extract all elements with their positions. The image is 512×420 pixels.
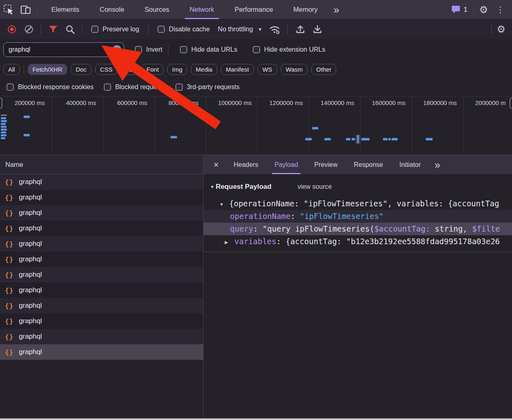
clear-network-log-icon[interactable]	[20, 22, 37, 37]
tab-network[interactable]: Network	[179, 0, 225, 19]
detail-tab-payload[interactable]: Payload	[266, 155, 306, 174]
network-activity-bar	[24, 134, 30, 136]
divider	[82, 24, 82, 34]
network-settings-gear-icon[interactable]: ⚙	[497, 24, 505, 35]
timeline-tick: 800000 ms	[168, 99, 199, 106]
query-variable: $filte	[472, 224, 500, 233]
request-row[interactable]: {}graphql	[0, 252, 203, 267]
devtools-window: ElementsConsoleSourcesNetworkPerformance…	[0, 0, 512, 420]
payload-row-variables[interactable]: ▶variables: {accountTag: "b12e3b2192ee55…	[203, 235, 512, 248]
chevron-down-icon: ▼	[258, 27, 263, 32]
blocked-cookies-checkbox[interactable]	[7, 83, 14, 91]
network-activity-bar	[1, 129, 7, 131]
payload-summary-text: {operationName: "ipFlowTimeseries", vari…	[229, 199, 499, 208]
network-activity-bar	[1, 114, 7, 116]
expand-triangle-icon: ▶	[225, 236, 234, 248]
clear-filter-icon[interactable]: ×	[112, 45, 121, 54]
filter-pill-ws[interactable]: WS	[258, 64, 277, 75]
more-detail-tabs-icon[interactable]: »	[429, 156, 446, 174]
request-row[interactable]: {}graphql	[0, 282, 203, 298]
filter-pill-manifest[interactable]: Manifest	[221, 64, 254, 75]
import-har-icon[interactable]	[292, 22, 309, 37]
network-activity-bar	[1, 120, 7, 122]
request-row[interactable]: {}graphql	[0, 298, 203, 313]
json-icon: {}	[5, 178, 13, 186]
request-row[interactable]: {}graphql	[0, 313, 203, 329]
request-row[interactable]: {}graphql	[0, 205, 203, 221]
disable-cache-checkbox[interactable]	[158, 26, 165, 33]
query-variable: $accountTag:	[374, 224, 430, 233]
name-column-header[interactable]: Name	[0, 155, 203, 174]
request-row[interactable]: {}graphql	[0, 329, 203, 344]
view-source-toggle[interactable]: view source	[298, 183, 332, 190]
filter-pill-wasm[interactable]: Wasm	[281, 64, 308, 75]
overview-right-handle[interactable]	[510, 98, 512, 109]
detail-tab-preview[interactable]: Preview	[306, 155, 346, 174]
timeline-tick: 400000 ms	[66, 99, 96, 106]
invert-checkbox[interactable]	[135, 46, 142, 53]
network-conditions-icon[interactable]	[266, 22, 283, 37]
detail-tab-response[interactable]: Response	[346, 155, 391, 174]
tab-memory[interactable]: Memory	[283, 0, 328, 19]
timeline-overview[interactable]: 200000 ms400000 ms600000 ms800000 ms1000…	[0, 96, 512, 155]
network-activity-bar	[383, 138, 387, 140]
preserve-log-checkbox[interactable]	[91, 26, 98, 33]
close-icon[interactable]: ×	[207, 156, 225, 174]
payload-summary-row[interactable]: ▼{operationName: "ipFlowTimeseries", var…	[203, 197, 512, 210]
request-row[interactable]: {}graphql	[0, 267, 203, 282]
filter-pill-fetch-xhr[interactable]: Fetch/XHR	[28, 64, 67, 75]
request-name: graphql	[19, 302, 42, 310]
request-name: graphql	[19, 271, 42, 279]
hide-data-urls-checkbox[interactable]	[180, 46, 187, 53]
console-messages-indicator[interactable]: 1	[451, 5, 467, 14]
throttling-dropdown[interactable]: No throttling ▼	[218, 26, 262, 33]
network-main: Name {}graphql{}graphql{}graphql{}graphq…	[0, 155, 512, 418]
section-title: Request Payload	[216, 183, 271, 191]
tab-sources[interactable]: Sources	[134, 0, 179, 19]
hide-extension-urls-group: Hide extension URLs	[253, 46, 325, 53]
payload-row-operation-name[interactable]: operationName: "ipFlowTimeseries"	[203, 210, 512, 223]
filter-pill-all[interactable]: All	[3, 64, 20, 75]
filter-funnel-icon[interactable]	[44, 22, 61, 37]
request-row[interactable]: {}graphql	[0, 190, 203, 205]
request-row[interactable]: {}graphql	[0, 236, 203, 252]
detail-tab-headers[interactable]: Headers	[225, 155, 266, 174]
tab-elements[interactable]: Elements	[41, 0, 90, 19]
filter-input[interactable]	[3, 42, 124, 57]
filter-pill-font[interactable]: Font	[142, 64, 164, 75]
search-icon[interactable]	[61, 22, 79, 37]
filter-pill-css[interactable]: CSS	[95, 64, 118, 75]
request-payload-section[interactable]: ▼ Request Payload view source	[203, 180, 512, 193]
request-row[interactable]: {}graphql	[0, 344, 203, 360]
request-row[interactable]: {}graphql	[0, 221, 203, 236]
hide-extension-urls-checkbox[interactable]	[253, 46, 260, 53]
inspect-element-icon[interactable]	[0, 2, 17, 17]
tab-console[interactable]: Console	[90, 0, 135, 19]
tab-performance[interactable]: Performance	[224, 0, 283, 19]
gridline	[360, 96, 361, 155]
request-row[interactable]: {}graphql	[0, 174, 203, 190]
json-icon: {}	[5, 302, 13, 310]
more-panels-icon[interactable]: »	[328, 1, 345, 19]
json-object-value: {accountTag: "b12e3b2192ee5588fdad995178…	[286, 237, 500, 246]
settings-gear-icon[interactable]: ⚙	[479, 4, 488, 15]
timeline-tick: 1800000 ms	[423, 99, 457, 106]
overview-left-handle[interactable]	[0, 98, 2, 109]
payload-row-query[interactable]: query: "query ipFlowTimeseries($accountT…	[203, 223, 512, 235]
blocked-requests-checkbox[interactable]	[104, 83, 111, 91]
filter-pill-doc[interactable]: Doc	[71, 64, 92, 75]
third-party-checkbox[interactable]	[175, 83, 183, 91]
record-network-log-icon[interactable]	[3, 22, 20, 37]
device-toolbar-icon[interactable]	[17, 2, 34, 17]
filter-pill-media[interactable]: Media	[191, 64, 217, 75]
request-details-panel: × HeadersPayloadPreviewResponseInitiator…	[203, 155, 512, 418]
filter-pill-other[interactable]: Other	[311, 64, 337, 75]
network-activity-bar	[346, 138, 350, 140]
filter-pill-img[interactable]: Img	[167, 64, 187, 75]
more-options-kebab-icon[interactable]: ⋮	[494, 5, 507, 15]
filter-pill-js[interactable]: JS	[121, 64, 138, 75]
network-activity-bar	[305, 138, 312, 140]
detail-tab-initiator[interactable]: Initiator	[391, 155, 429, 174]
export-har-icon[interactable]	[309, 22, 326, 37]
json-icon: {}	[5, 209, 13, 217]
